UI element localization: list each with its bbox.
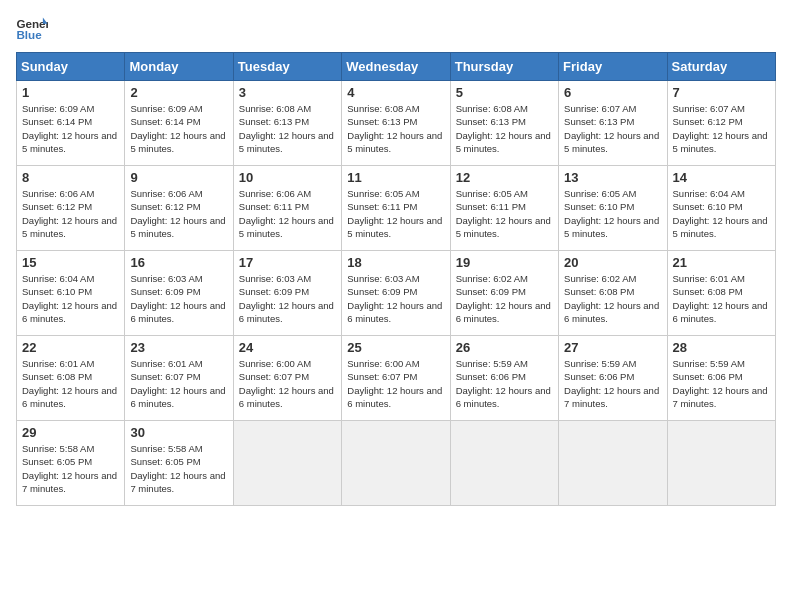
day-detail: Sunrise: 6:03 AM Sunset: 6:09 PM Dayligh… xyxy=(239,272,336,325)
day-detail: Sunrise: 6:07 AM Sunset: 6:12 PM Dayligh… xyxy=(673,102,770,155)
calendar-day-cell: 25Sunrise: 6:00 AM Sunset: 6:07 PM Dayli… xyxy=(342,336,450,421)
svg-text:Blue: Blue xyxy=(16,28,42,41)
calendar-day-cell: 28Sunrise: 5:59 AM Sunset: 6:06 PM Dayli… xyxy=(667,336,775,421)
calendar-day-cell: 14Sunrise: 6:04 AM Sunset: 6:10 PM Dayli… xyxy=(667,166,775,251)
day-number: 6 xyxy=(564,85,661,100)
day-detail: Sunrise: 6:08 AM Sunset: 6:13 PM Dayligh… xyxy=(456,102,553,155)
day-number: 16 xyxy=(130,255,227,270)
day-number: 19 xyxy=(456,255,553,270)
day-number: 3 xyxy=(239,85,336,100)
calendar-day-cell: 15Sunrise: 6:04 AM Sunset: 6:10 PM Dayli… xyxy=(17,251,125,336)
calendar-day-cell: 13Sunrise: 6:05 AM Sunset: 6:10 PM Dayli… xyxy=(559,166,667,251)
calendar-day-cell: 18Sunrise: 6:03 AM Sunset: 6:09 PM Dayli… xyxy=(342,251,450,336)
page-header: General Blue xyxy=(16,16,776,44)
calendar-week-row: 22Sunrise: 6:01 AM Sunset: 6:08 PM Dayli… xyxy=(17,336,776,421)
weekday-header-saturday: Saturday xyxy=(667,53,775,81)
day-number: 20 xyxy=(564,255,661,270)
day-number: 8 xyxy=(22,170,119,185)
calendar-day-cell: 5Sunrise: 6:08 AM Sunset: 6:13 PM Daylig… xyxy=(450,81,558,166)
day-detail: Sunrise: 6:06 AM Sunset: 6:11 PM Dayligh… xyxy=(239,187,336,240)
day-number: 17 xyxy=(239,255,336,270)
day-detail: Sunrise: 6:06 AM Sunset: 6:12 PM Dayligh… xyxy=(22,187,119,240)
day-number: 15 xyxy=(22,255,119,270)
day-detail: Sunrise: 6:07 AM Sunset: 6:13 PM Dayligh… xyxy=(564,102,661,155)
day-number: 7 xyxy=(673,85,770,100)
calendar-day-cell: 24Sunrise: 6:00 AM Sunset: 6:07 PM Dayli… xyxy=(233,336,341,421)
calendar-day-cell: 1Sunrise: 6:09 AM Sunset: 6:14 PM Daylig… xyxy=(17,81,125,166)
calendar-day-cell: 6Sunrise: 6:07 AM Sunset: 6:13 PM Daylig… xyxy=(559,81,667,166)
calendar-day-cell: 23Sunrise: 6:01 AM Sunset: 6:07 PM Dayli… xyxy=(125,336,233,421)
calendar-day-cell xyxy=(342,421,450,506)
day-detail: Sunrise: 5:58 AM Sunset: 6:05 PM Dayligh… xyxy=(22,442,119,495)
day-detail: Sunrise: 6:01 AM Sunset: 6:07 PM Dayligh… xyxy=(130,357,227,410)
day-number: 18 xyxy=(347,255,444,270)
day-number: 30 xyxy=(130,425,227,440)
calendar-day-cell: 19Sunrise: 6:02 AM Sunset: 6:09 PM Dayli… xyxy=(450,251,558,336)
logo-icon: General Blue xyxy=(16,16,48,44)
calendar-week-row: 8Sunrise: 6:06 AM Sunset: 6:12 PM Daylig… xyxy=(17,166,776,251)
day-number: 1 xyxy=(22,85,119,100)
day-detail: Sunrise: 6:05 AM Sunset: 6:10 PM Dayligh… xyxy=(564,187,661,240)
day-number: 5 xyxy=(456,85,553,100)
day-number: 12 xyxy=(456,170,553,185)
weekday-header-wednesday: Wednesday xyxy=(342,53,450,81)
day-number: 4 xyxy=(347,85,444,100)
calendar-day-cell: 16Sunrise: 6:03 AM Sunset: 6:09 PM Dayli… xyxy=(125,251,233,336)
day-number: 26 xyxy=(456,340,553,355)
day-detail: Sunrise: 6:04 AM Sunset: 6:10 PM Dayligh… xyxy=(22,272,119,325)
calendar-week-row: 15Sunrise: 6:04 AM Sunset: 6:10 PM Dayli… xyxy=(17,251,776,336)
day-detail: Sunrise: 5:59 AM Sunset: 6:06 PM Dayligh… xyxy=(456,357,553,410)
day-detail: Sunrise: 6:05 AM Sunset: 6:11 PM Dayligh… xyxy=(347,187,444,240)
day-detail: Sunrise: 6:04 AM Sunset: 6:10 PM Dayligh… xyxy=(673,187,770,240)
day-detail: Sunrise: 6:08 AM Sunset: 6:13 PM Dayligh… xyxy=(239,102,336,155)
calendar-day-cell: 11Sunrise: 6:05 AM Sunset: 6:11 PM Dayli… xyxy=(342,166,450,251)
calendar-day-cell xyxy=(559,421,667,506)
day-number: 25 xyxy=(347,340,444,355)
calendar-day-cell xyxy=(233,421,341,506)
day-detail: Sunrise: 5:58 AM Sunset: 6:05 PM Dayligh… xyxy=(130,442,227,495)
logo: General Blue xyxy=(16,16,48,44)
day-number: 22 xyxy=(22,340,119,355)
weekday-header-friday: Friday xyxy=(559,53,667,81)
calendar-day-cell: 20Sunrise: 6:02 AM Sunset: 6:08 PM Dayli… xyxy=(559,251,667,336)
day-number: 28 xyxy=(673,340,770,355)
calendar-day-cell: 30Sunrise: 5:58 AM Sunset: 6:05 PM Dayli… xyxy=(125,421,233,506)
day-detail: Sunrise: 6:02 AM Sunset: 6:09 PM Dayligh… xyxy=(456,272,553,325)
day-detail: Sunrise: 6:09 AM Sunset: 6:14 PM Dayligh… xyxy=(130,102,227,155)
day-detail: Sunrise: 6:01 AM Sunset: 6:08 PM Dayligh… xyxy=(673,272,770,325)
calendar-day-cell: 22Sunrise: 6:01 AM Sunset: 6:08 PM Dayli… xyxy=(17,336,125,421)
calendar-day-cell: 29Sunrise: 5:58 AM Sunset: 6:05 PM Dayli… xyxy=(17,421,125,506)
calendar-week-row: 1Sunrise: 6:09 AM Sunset: 6:14 PM Daylig… xyxy=(17,81,776,166)
day-number: 13 xyxy=(564,170,661,185)
calendar-day-cell: 12Sunrise: 6:05 AM Sunset: 6:11 PM Dayli… xyxy=(450,166,558,251)
day-detail: Sunrise: 6:00 AM Sunset: 6:07 PM Dayligh… xyxy=(239,357,336,410)
calendar-week-row: 29Sunrise: 5:58 AM Sunset: 6:05 PM Dayli… xyxy=(17,421,776,506)
calendar-day-cell: 2Sunrise: 6:09 AM Sunset: 6:14 PM Daylig… xyxy=(125,81,233,166)
day-detail: Sunrise: 5:59 AM Sunset: 6:06 PM Dayligh… xyxy=(673,357,770,410)
calendar-day-cell: 3Sunrise: 6:08 AM Sunset: 6:13 PM Daylig… xyxy=(233,81,341,166)
day-number: 11 xyxy=(347,170,444,185)
day-detail: Sunrise: 6:02 AM Sunset: 6:08 PM Dayligh… xyxy=(564,272,661,325)
calendar-day-cell: 17Sunrise: 6:03 AM Sunset: 6:09 PM Dayli… xyxy=(233,251,341,336)
weekday-header-thursday: Thursday xyxy=(450,53,558,81)
calendar-day-cell xyxy=(450,421,558,506)
day-number: 27 xyxy=(564,340,661,355)
day-number: 21 xyxy=(673,255,770,270)
weekday-header-monday: Monday xyxy=(125,53,233,81)
day-detail: Sunrise: 5:59 AM Sunset: 6:06 PM Dayligh… xyxy=(564,357,661,410)
day-number: 24 xyxy=(239,340,336,355)
calendar-day-cell: 21Sunrise: 6:01 AM Sunset: 6:08 PM Dayli… xyxy=(667,251,775,336)
calendar-day-cell: 8Sunrise: 6:06 AM Sunset: 6:12 PM Daylig… xyxy=(17,166,125,251)
calendar-day-cell: 27Sunrise: 5:59 AM Sunset: 6:06 PM Dayli… xyxy=(559,336,667,421)
day-number: 23 xyxy=(130,340,227,355)
day-number: 14 xyxy=(673,170,770,185)
calendar-day-cell xyxy=(667,421,775,506)
day-detail: Sunrise: 6:06 AM Sunset: 6:12 PM Dayligh… xyxy=(130,187,227,240)
day-number: 10 xyxy=(239,170,336,185)
day-detail: Sunrise: 6:09 AM Sunset: 6:14 PM Dayligh… xyxy=(22,102,119,155)
weekday-header-sunday: Sunday xyxy=(17,53,125,81)
calendar-table: SundayMondayTuesdayWednesdayThursdayFrid… xyxy=(16,52,776,506)
weekday-header-tuesday: Tuesday xyxy=(233,53,341,81)
weekday-header-row: SundayMondayTuesdayWednesdayThursdayFrid… xyxy=(17,53,776,81)
day-detail: Sunrise: 6:03 AM Sunset: 6:09 PM Dayligh… xyxy=(130,272,227,325)
